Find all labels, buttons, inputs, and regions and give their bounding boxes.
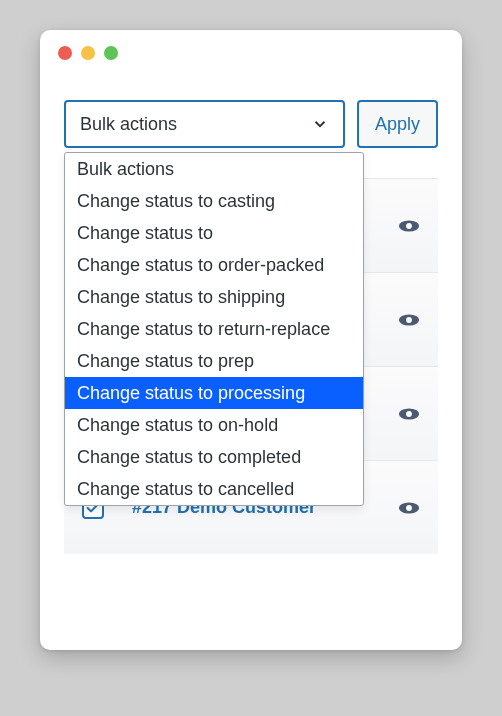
svg-point-7 <box>406 505 412 511</box>
window-zoom-button[interactable] <box>104 46 118 60</box>
window-close-button[interactable] <box>58 46 72 60</box>
eye-icon[interactable] <box>398 219 420 233</box>
eye-icon[interactable] <box>398 501 420 515</box>
bulk-actions-select[interactable]: Bulk actions Bulk actionsChange status t… <box>64 100 345 148</box>
bulk-option[interactable]: Bulk actions <box>65 153 363 185</box>
bulk-option[interactable]: Change status to casting <box>65 185 363 217</box>
bulk-option[interactable]: Change status to shipping <box>65 281 363 313</box>
bulk-option[interactable]: Change status to return-replace <box>65 313 363 345</box>
content-area: Bulk actions Bulk actionsChange status t… <box>40 76 462 554</box>
window-minimize-button[interactable] <box>81 46 95 60</box>
svg-point-5 <box>406 411 412 417</box>
bulk-actions-row: Bulk actions Bulk actionsChange status t… <box>64 100 438 148</box>
svg-point-1 <box>406 223 412 229</box>
apply-button[interactable]: Apply <box>357 100 438 148</box>
bulk-actions-display[interactable]: Bulk actions <box>64 100 345 148</box>
bulk-option[interactable]: Change status to <box>65 217 363 249</box>
bulk-actions-selected-label: Bulk actions <box>80 114 177 135</box>
bulk-option[interactable]: Change status to order-packed <box>65 249 363 281</box>
bulk-actions-dropdown[interactable]: Bulk actionsChange status to castingChan… <box>64 152 364 506</box>
bulk-option[interactable]: Change status to cancelled <box>65 473 363 505</box>
bulk-option[interactable]: Change status to processing <box>65 377 363 409</box>
chevron-down-icon <box>311 115 329 133</box>
eye-icon[interactable] <box>398 313 420 327</box>
bulk-option[interactable]: Change status to prep <box>65 345 363 377</box>
app-window: Bulk actions Bulk actionsChange status t… <box>40 30 462 650</box>
window-titlebar <box>40 30 462 76</box>
eye-icon[interactable] <box>398 407 420 421</box>
bulk-option[interactable]: Change status to completed <box>65 441 363 473</box>
bulk-option[interactable]: Change status to on-hold <box>65 409 363 441</box>
svg-point-3 <box>406 317 412 323</box>
